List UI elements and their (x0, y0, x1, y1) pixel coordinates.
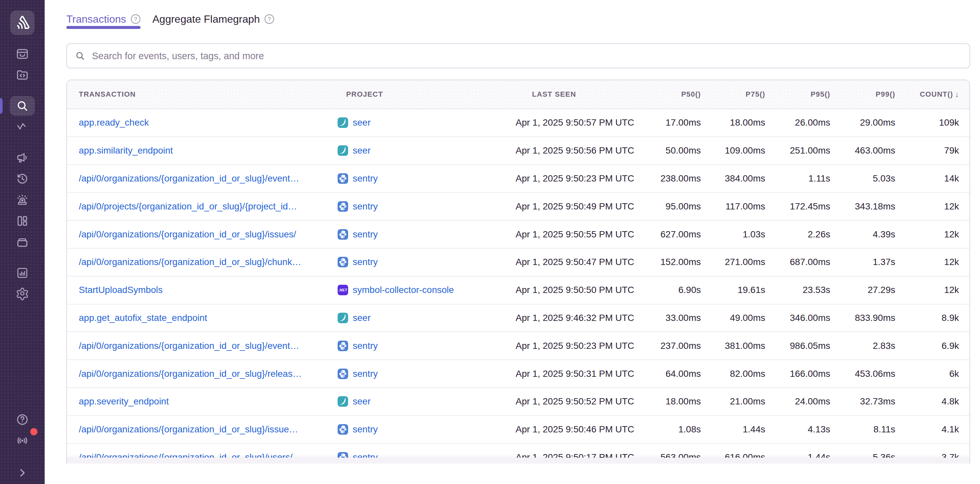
table-row[interactable]: StartUploadSymbols .NET symbol-collector… (67, 276, 969, 305)
project-link[interactable]: sentry (353, 229, 378, 240)
help-icon[interactable]: ? (264, 14, 274, 24)
table-row[interactable]: app.similarity_endpoint seer Apr 1, 2025… (67, 137, 969, 165)
column-header-count[interactable]: COUNT() ↓ (914, 90, 969, 99)
sidebar-item-stats[interactable] (10, 263, 35, 283)
p99-value: 8.11s (849, 424, 914, 434)
count-value: 79k (914, 145, 969, 156)
transaction-link[interactable]: /api/0/organizations/{organization_id_or… (79, 341, 299, 351)
sidebar-item-settings[interactable] (10, 284, 35, 304)
table-body: app.ready_check seer Apr 1, 2025 9:50:57… (67, 109, 969, 463)
sidebar-collapse-button[interactable] (10, 463, 35, 483)
sidebar-item-whats-new[interactable] (10, 431, 35, 450)
p99-value: 32.73ms (849, 396, 914, 407)
p75-value: 1.03s (719, 229, 784, 240)
p50-value: 33.00ms (655, 313, 719, 323)
history-clock-icon (16, 172, 29, 186)
transaction-link[interactable]: /api/0/organizations/{organization_id_or… (79, 173, 299, 184)
sidebar-item-issues[interactable] (10, 44, 35, 64)
sidebar-item-releases[interactable] (10, 232, 35, 252)
table-row[interactable]: /api/0/organizations/{organization_id_or… (67, 249, 969, 276)
p99-value: 2.83s (849, 341, 914, 351)
project-link[interactable]: seer (353, 313, 371, 323)
sidebar-item-explore[interactable] (10, 65, 35, 85)
p50-value: 238.00ms (655, 173, 719, 184)
search-input[interactable] (85, 44, 969, 68)
sidebar-item-feedback[interactable] (10, 148, 35, 168)
last-seen-value: Apr 1, 2025 9:50:50 PM UTC (496, 285, 655, 295)
sidebar-item-replays[interactable] (10, 169, 35, 189)
p75-value: 18.00ms (719, 117, 784, 128)
p75-value: 21.00ms (719, 396, 784, 407)
count-value: 4.8k (914, 396, 969, 407)
transaction-link[interactable]: app.similarity_endpoint (79, 145, 173, 155)
table-row[interactable]: /api/0/organizations/{organization_id_or… (67, 416, 969, 444)
table-row[interactable]: /api/0/projects/{organization_id_or_slug… (67, 193, 969, 220)
p95-value: 23.53s (784, 285, 849, 295)
p95-value: 26.00ms (784, 117, 849, 128)
project-platform-icon (337, 341, 348, 351)
p95-value: 251.00ms (784, 145, 849, 156)
project-link[interactable]: symbol-collector-console (353, 285, 454, 295)
project-link[interactable]: seer (353, 117, 371, 128)
p99-value: 4.39s (849, 229, 914, 240)
transaction-link[interactable]: app.ready_check (79, 117, 149, 128)
p75-value: 384.00ms (719, 173, 784, 184)
transaction-link[interactable]: /api/0/organizations/{organization_id_or… (79, 369, 302, 379)
sidebar-item-dashboards[interactable] (10, 211, 35, 231)
transaction-link[interactable]: /api/0/organizations/{organization_id_or… (79, 424, 298, 434)
project-link[interactable]: sentry (353, 257, 378, 267)
table-row[interactable]: app.ready_check seer Apr 1, 2025 9:50:57… (67, 109, 969, 137)
gear-icon (16, 287, 29, 301)
column-header-p75[interactable]: P75() (719, 90, 784, 99)
column-header-last-seen[interactable]: LAST SEEN (496, 90, 655, 99)
p75-value: 1.44s (719, 424, 784, 434)
transaction-link[interactable]: app.get_autofix_state_endpoint (79, 313, 207, 323)
transaction-link[interactable]: app.severity_endpoint (79, 396, 169, 406)
tab-aggregate-flamegraph[interactable]: Aggregate Flamegraph ? (153, 9, 274, 29)
transaction-link[interactable]: /api/0/organizations/{organization_id_or… (79, 229, 296, 240)
project-link[interactable]: sentry (353, 424, 378, 434)
sidebar-item-search[interactable] (10, 96, 35, 116)
transaction-link[interactable]: /api/0/projects/{organization_id_or_slug… (79, 201, 297, 211)
p75-value: 381.00ms (719, 341, 784, 351)
transaction-link[interactable]: StartUploadSymbols (79, 285, 162, 295)
table-row[interactable]: /api/0/organizations/{organization_id_or… (67, 220, 969, 249)
project-platform-icon (337, 117, 348, 128)
table-row[interactable]: app.severity_endpoint seer Apr 1, 2025 9… (67, 388, 969, 416)
table-row[interactable]: app.get_autofix_state_endpoint seer Apr … (67, 305, 969, 332)
main-content: Transactions ? Aggregate Flamegraph ? (45, 0, 980, 484)
column-header-p95[interactable]: P95() (784, 90, 849, 99)
column-header-transaction[interactable]: TRANSACTION (67, 90, 335, 99)
p75-value: 117.00ms (719, 201, 784, 212)
column-header-p99[interactable]: P99() (849, 90, 914, 99)
project-link[interactable]: sentry (353, 369, 378, 379)
project-link[interactable]: sentry (353, 341, 378, 351)
project-platform-icon (337, 173, 348, 184)
bar-chart-icon (16, 266, 29, 280)
project-link[interactable]: seer (353, 145, 371, 156)
chevron-right-icon (16, 466, 29, 480)
sentry-logo-icon (14, 14, 31, 31)
transaction-link[interactable]: /api/0/organizations/{organization_id_or… (79, 257, 301, 267)
column-header-project[interactable]: PROJECT (335, 90, 496, 99)
app-root: Transactions ? Aggregate Flamegraph ? (0, 0, 980, 484)
project-link[interactable]: sentry (353, 201, 378, 212)
sidebar-item-metrics[interactable] (10, 117, 35, 137)
project-link[interactable]: sentry (353, 173, 378, 184)
table-header-row: TRANSACTION PROJECT LAST SEEN P50() P75(… (67, 80, 969, 109)
p99-value: 27.29s (849, 285, 914, 295)
project-link[interactable]: seer (353, 396, 371, 407)
p50-value: 237.00ms (655, 341, 719, 351)
org-logo-button[interactable] (10, 11, 35, 35)
tab-transactions[interactable]: Transactions ? (66, 9, 140, 29)
table-row[interactable]: /api/0/organizations/{organization_id_or… (67, 332, 969, 360)
table-row[interactable]: /api/0/organizations/{organization_id_or… (67, 360, 969, 388)
table-row[interactable]: /api/0/organizations/{organization_id_or… (67, 165, 969, 193)
sidebar-item-alerts[interactable] (10, 190, 35, 210)
sidebar-item-help[interactable] (10, 410, 35, 430)
column-header-p50[interactable]: P50() (655, 90, 719, 99)
p99-value: 833.90ms (849, 313, 914, 323)
view-tabs: Transactions ? Aggregate Flamegraph ? (66, 9, 970, 29)
p50-value: 95.00ms (655, 201, 719, 212)
help-icon[interactable]: ? (131, 14, 140, 24)
